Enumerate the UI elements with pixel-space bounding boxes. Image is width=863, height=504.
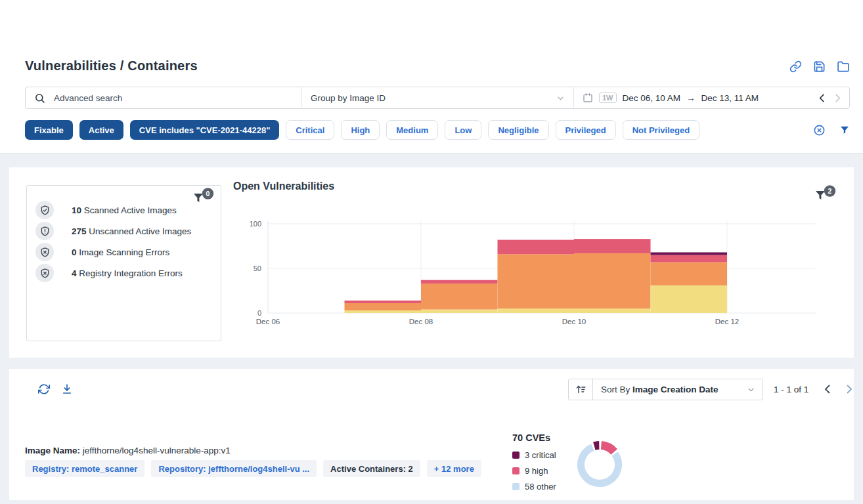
svg-text:Dec 12: Dec 12 xyxy=(715,318,739,326)
svg-text:Dec 08: Dec 08 xyxy=(409,318,433,326)
donut-slice xyxy=(594,446,599,446)
cve-legend-item: 9 high xyxy=(512,466,556,476)
group-by-value: Group by Image ID xyxy=(311,93,386,103)
option-filters: CriticalHighMediumLowNegligiblePrivilege… xyxy=(286,120,699,140)
date-end: Dec 13, 11 AM xyxy=(701,93,759,103)
share-link-icon[interactable] xyxy=(789,60,802,73)
sort-select[interactable]: Sort By Image Creation Date xyxy=(568,379,763,400)
date-nav xyxy=(819,94,841,102)
filter-row: FixableActiveCVE includes "CVE-2021-4422… xyxy=(25,120,850,140)
svg-text:0: 0 xyxy=(257,309,261,317)
shield-error-icon xyxy=(35,264,54,282)
download-icon[interactable] xyxy=(61,383,73,395)
calendar-icon xyxy=(583,93,593,103)
image-stats-card: 10 Scanned Active Images275 Unscanned Ac… xyxy=(26,185,221,341)
svg-text:50: 50 xyxy=(254,264,261,272)
image-tag[interactable]: Registry: remote_scanner xyxy=(25,460,144,477)
stats-list: 10 Scanned Active Images275 Unscanned Ac… xyxy=(27,186,221,284)
stat-row[interactable]: 4 Registry Integration Errors xyxy=(27,262,221,284)
stats-filter-badge[interactable]: 0 xyxy=(192,188,215,207)
filter-chip[interactable]: High xyxy=(341,120,380,140)
svg-text:Dec 10: Dec 10 xyxy=(562,318,586,326)
header-actions xyxy=(789,60,850,73)
stat-text: 0 Image Scanning Errors xyxy=(72,247,169,257)
cve-donut-chart[interactable] xyxy=(576,441,623,488)
shield-error-icon xyxy=(35,243,54,261)
legend-swatch xyxy=(512,452,520,459)
results-panel: Sort By Image Creation Date 1 - 1 of 1 I… xyxy=(9,369,854,500)
chart-filter-badge[interactable]: 2 xyxy=(814,185,837,205)
save-view-icon[interactable] xyxy=(813,60,826,73)
cve-legend-item: 58 other xyxy=(512,482,556,492)
filter-funnel-icon[interactable] xyxy=(839,125,850,135)
stat-text: 10 Scanned Active Images xyxy=(72,205,177,215)
search-input[interactable] xyxy=(53,93,301,104)
funnel-icon xyxy=(816,191,825,200)
page-prev-icon[interactable] xyxy=(824,385,831,394)
chevron-down-icon xyxy=(747,385,755,394)
filter-chip[interactable]: Low xyxy=(445,120,481,140)
image-name: Image Name: jeffthorne/log4shell-vulnera… xyxy=(25,446,231,455)
arrow-right-icon: → xyxy=(686,93,696,103)
legend-swatch xyxy=(512,467,520,474)
date-preset-badge: 1W xyxy=(599,93,617,103)
search-toolbar: Group by Image ID 1W Dec 06, 10 AM → Dec… xyxy=(25,87,850,109)
filter-chip[interactable]: Critical xyxy=(286,120,334,140)
stat-row[interactable]: 0 Image Scanning Errors xyxy=(27,242,221,262)
filter-chip[interactable]: Active xyxy=(79,120,123,140)
page-next-icon[interactable] xyxy=(846,385,852,394)
stat-text: 4 Registry Integration Errors xyxy=(72,268,183,278)
cve-legend: 3 critical9 high58 other xyxy=(512,450,556,492)
group-by-select[interactable]: Group by Image ID xyxy=(302,87,574,108)
search-icon xyxy=(34,93,45,104)
legend-swatch xyxy=(512,483,520,490)
svg-text:Dec 06: Dec 06 xyxy=(256,318,280,326)
image-name-label: Image Name: xyxy=(25,446,80,455)
chevron-down-icon xyxy=(556,94,565,102)
refresh-icon[interactable] xyxy=(38,383,50,395)
page-title: Vulnerabilities / Containers xyxy=(25,58,198,74)
donut-slice xyxy=(601,446,614,452)
svg-text:0: 0 xyxy=(206,190,210,198)
image-tag[interactable]: + 12 more xyxy=(427,460,481,477)
clear-filters-icon[interactable] xyxy=(813,124,826,136)
filter-actions xyxy=(813,124,850,136)
overview-panel: 10 Scanned Active Images275 Unscanned Ac… xyxy=(9,167,854,358)
stat-row[interactable]: 10 Scanned Active Images xyxy=(27,200,221,220)
filter-chip[interactable]: Negligible xyxy=(488,120,548,140)
svg-text:100: 100 xyxy=(250,220,261,228)
advanced-search[interactable] xyxy=(26,87,302,108)
date-range-picker[interactable]: 1W Dec 06, 10 AM → Dec 13, 11 AM xyxy=(574,93,849,103)
vulnerabilities-containers-screen: Vulnerabilities / Containers Group by Im… xyxy=(0,0,863,504)
stat-row[interactable]: 275 Unscanned Active Images xyxy=(27,220,221,242)
image-tags: Registry: remote_scannerRepository: jeff… xyxy=(25,460,481,477)
stat-text: 275 Unscanned Active Images xyxy=(72,226,191,236)
shield-alert-icon xyxy=(35,222,54,240)
image-tag[interactable]: Active Containers: 2 xyxy=(323,460,420,477)
cve-total: 70 CVEs xyxy=(512,432,550,443)
funnel-icon xyxy=(194,194,203,202)
applied-filters: FixableActiveCVE includes "CVE-2021-4422… xyxy=(25,120,279,140)
date-next-icon[interactable] xyxy=(835,94,841,102)
filter-chip[interactable]: Not Privileged xyxy=(623,120,699,140)
cve-legend-item: 3 critical xyxy=(512,450,556,460)
image-name-value: jeffthorne/log4shell-vulnerable-app:v1 xyxy=(83,446,231,455)
filter-chip[interactable]: Medium xyxy=(386,120,438,140)
open-vulnerabilities-chart[interactable]: 050100Dec 06Dec 08Dec 10Dec 12 xyxy=(230,213,821,328)
image-tag[interactable]: Repository: jeffthorne/log4shell-vu ... xyxy=(151,460,317,477)
shield-check-icon xyxy=(35,201,54,219)
svg-text:2: 2 xyxy=(828,187,832,195)
filter-chip[interactable]: Fixable xyxy=(25,120,73,140)
sort-value: Image Creation Date xyxy=(632,385,719,394)
chart-title: Open Vulnerabilities xyxy=(233,180,334,192)
sort-order-icon[interactable] xyxy=(569,379,593,400)
date-prev-icon[interactable] xyxy=(819,94,825,102)
filter-chip[interactable]: Privileged xyxy=(556,120,616,140)
pagination-range: 1 - 1 of 1 xyxy=(774,385,808,394)
folder-icon[interactable] xyxy=(837,60,850,73)
sort-text: Sort By Image Creation Date xyxy=(593,385,747,394)
date-start: Dec 06, 10 AM xyxy=(623,93,681,103)
filter-chip[interactable]: CVE includes "CVE-2021-44228" xyxy=(130,120,279,140)
